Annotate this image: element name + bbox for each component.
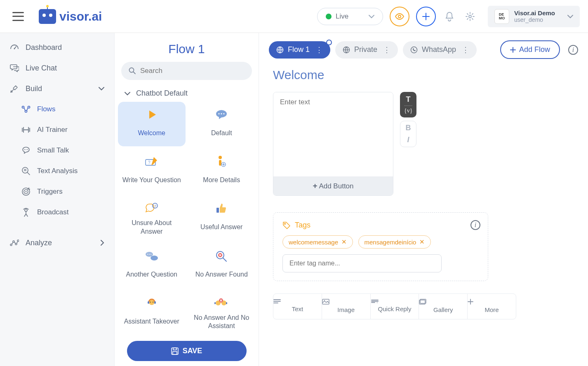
- flow-card-moredetails[interactable]: More Details: [188, 149, 256, 193]
- block-toolbar: Text Image Quick Reply Gallery More: [273, 293, 516, 319]
- flow-card-anotherq[interactable]: Another Question: [118, 244, 186, 288]
- create-button[interactable]: [416, 7, 436, 26]
- sidebar-item-broadcast[interactable]: Broadcast: [0, 202, 114, 223]
- tool-gallery[interactable]: Gallery: [419, 294, 468, 319]
- section-label: Chatbot Default: [136, 89, 188, 98]
- svg-point-16: [15, 243, 17, 245]
- chevron-down-icon: [369, 14, 374, 19]
- notifications-button[interactable]: [445, 12, 454, 21]
- settings-button[interactable]: [466, 12, 475, 21]
- sidebar-item-triggers[interactable]: Triggers: [0, 181, 114, 202]
- globe-icon: [276, 46, 284, 54]
- svg-point-41: [153, 302, 153, 303]
- flow-card-unsure[interactable]: ? Unsure About Answer: [118, 196, 186, 241]
- account-switcher[interactable]: DEMO Visor.ai Demo user_demo: [488, 6, 580, 27]
- account-avatar: DEMO: [494, 9, 509, 24]
- tab-label: Private: [354, 45, 377, 54]
- flow-card-label: Welcome: [121, 125, 182, 141]
- flow-card-default[interactable]: Default: [188, 102, 256, 146]
- flow-card-noassistant[interactable]: No Answer And No Assistant: [188, 291, 256, 336]
- save-label: SAVE: [183, 347, 202, 355]
- tags-info-button[interactable]: i: [470, 220, 480, 230]
- svg-point-8: [27, 149, 28, 150]
- kebab-icon[interactable]: ⋮: [462, 45, 469, 54]
- add-button-action[interactable]: + Add Button: [273, 176, 393, 195]
- insert-text-button[interactable]: T: [404, 94, 412, 105]
- kebab-icon[interactable]: ⋮: [383, 45, 390, 54]
- sidebar-item-label: Small Talk: [37, 146, 69, 155]
- tool-image[interactable]: Image: [322, 294, 371, 319]
- tag-chip: welcomemessage ✕: [282, 235, 353, 249]
- add-button-label: Add Button: [319, 182, 353, 190]
- flow-card-label: Another Question: [121, 267, 182, 283]
- svg-rect-39: [154, 301, 156, 304]
- svg-point-32: [147, 254, 148, 255]
- tool-label: Gallery: [419, 306, 467, 313]
- tag-name-input[interactable]: [282, 254, 442, 272]
- svg-rect-38: [148, 301, 149, 304]
- menu-hamburger-icon[interactable]: [12, 12, 24, 21]
- text-block: + Add Button: [273, 92, 393, 196]
- sidebar-item-smalltalk[interactable]: Small Talk: [0, 140, 114, 161]
- svg-point-15: [13, 241, 14, 242]
- remove-tag-icon[interactable]: ✕: [419, 238, 425, 246]
- sidebar-item-dashboard[interactable]: Dashboard: [0, 37, 114, 58]
- globe-icon: [343, 46, 350, 54]
- plus-icon: [468, 299, 516, 305]
- format-group-style: B I: [400, 121, 416, 147]
- editor-area: Flow 1 ⋮ Private ⋮ WhatsApp ⋮ Add Flow i…: [259, 33, 588, 366]
- flow-tab-whatsapp[interactable]: WhatsApp ⋮: [403, 41, 477, 59]
- flow-list-panel: Flow 1 Chatbot Default Welcome Default: [115, 33, 259, 366]
- brand-logo[interactable]: visor.ai: [39, 9, 102, 24]
- search-input[interactable]: [140, 67, 245, 75]
- sidebar-item-aitrainer[interactable]: AI Trainer: [0, 120, 114, 140]
- flow-card-useful[interactable]: Useful Answer: [188, 196, 256, 241]
- save-icon: [171, 347, 179, 355]
- account-name: Visor.ai Demo: [514, 9, 555, 16]
- add-flow-label: Add Flow: [519, 45, 550, 54]
- chevron-down-icon: [99, 87, 104, 91]
- assistant-x-icon: [191, 296, 252, 310]
- italic-button[interactable]: I: [405, 135, 412, 145]
- info-button[interactable]: i: [568, 45, 578, 55]
- sidebar-item-textanalysis[interactable]: Text Analysis: [0, 161, 114, 181]
- flow-card-label: Unsure About Answer: [121, 219, 182, 236]
- quickreply-icon: [371, 299, 419, 304]
- svg-point-55: [324, 300, 325, 301]
- preview-button[interactable]: [390, 7, 409, 26]
- sidebar-item-livechat[interactable]: Live Chat: [0, 58, 114, 78]
- flow-card-noanswer[interactable]: No Answer Found: [188, 244, 256, 288]
- tool-quickreply[interactable]: Quick Reply: [371, 294, 419, 319]
- info-plus-icon: [191, 155, 252, 169]
- search-input-wrap[interactable]: [121, 62, 252, 80]
- sidebar-item-build[interactable]: Build: [0, 78, 114, 99]
- svg-point-7: [26, 149, 26, 150]
- kebab-icon[interactable]: ⋮: [315, 45, 323, 54]
- section-toggle[interactable]: Chatbot Default: [115, 80, 259, 102]
- svg-point-6: [24, 149, 25, 150]
- whatsapp-icon: [410, 46, 418, 54]
- svg-point-33: [149, 254, 150, 255]
- flow-card-assistanttakeover[interactable]: Assistant Takeover: [118, 291, 186, 336]
- sidebar-item-flows[interactable]: Flows: [0, 99, 114, 120]
- flow-tab-1[interactable]: Flow 1 ⋮: [269, 41, 330, 59]
- flow-card-writequestion[interactable]: ? Write Your Question: [118, 149, 186, 193]
- tool-more[interactable]: More: [468, 294, 516, 319]
- tool-text[interactable]: Text: [273, 294, 322, 319]
- save-button[interactable]: SAVE: [127, 341, 247, 361]
- environment-dropdown[interactable]: Live: [317, 8, 383, 25]
- bold-button[interactable]: B: [405, 123, 412, 133]
- message-textarea[interactable]: [273, 92, 393, 175]
- remove-tag-icon[interactable]: ✕: [341, 238, 347, 246]
- sidebar-item-label: Live Chat: [26, 64, 57, 73]
- tags-label: Tags: [295, 221, 310, 230]
- svg-rect-29: [216, 208, 219, 213]
- insert-variable-button[interactable]: {v}: [404, 107, 412, 115]
- svg-point-19: [219, 113, 220, 114]
- flow-card-welcome[interactable]: Welcome: [118, 102, 186, 146]
- sidebar-item-analyze[interactable]: Analyze: [0, 232, 114, 253]
- gauge-icon: [10, 43, 19, 52]
- add-flow-button[interactable]: Add Flow: [500, 40, 560, 59]
- flow-tab-private[interactable]: Private ⋮: [335, 41, 398, 59]
- chevron-down-icon: [125, 92, 130, 96]
